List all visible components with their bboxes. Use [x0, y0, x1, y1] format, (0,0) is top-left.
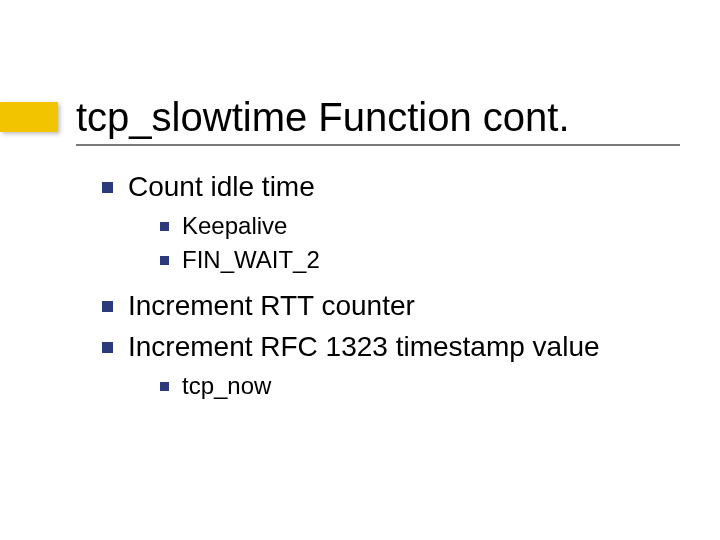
bullet-item: Increment RFC 1323 timestamp value tcp_n… — [98, 328, 680, 402]
slide: tcp_slowtime Function cont. Count idle t… — [0, 0, 720, 540]
bullet-text: Increment RTT counter — [128, 290, 415, 321]
sub-bullet-item: Keepalive — [156, 210, 680, 242]
bullet-text: Count idle time — [128, 171, 315, 202]
title-accent-box — [0, 102, 58, 132]
bullet-list-level2: tcp_now — [128, 370, 680, 402]
bullet-list-level1: Count idle time Keepalive FIN_WAIT_2 Inc… — [98, 168, 680, 403]
title-row: tcp_slowtime Function cont. — [0, 88, 570, 146]
slide-title: tcp_slowtime Function cont. — [76, 95, 570, 140]
title-underline — [76, 144, 680, 146]
slide-content: Count idle time Keepalive FIN_WAIT_2 Inc… — [98, 168, 680, 407]
sub-bullet-text: FIN_WAIT_2 — [182, 246, 320, 273]
bullet-list-level2: Keepalive FIN_WAIT_2 — [128, 210, 680, 277]
sub-bullet-item: FIN_WAIT_2 — [156, 244, 680, 276]
sub-bullet-text: Keepalive — [182, 212, 287, 239]
bullet-text: Increment RFC 1323 timestamp value — [128, 331, 600, 362]
bullet-item: Increment RTT counter — [98, 287, 680, 325]
sub-bullet-item: tcp_now — [156, 370, 680, 402]
bullet-item: Count idle time Keepalive FIN_WAIT_2 — [98, 168, 680, 277]
sub-bullet-text: tcp_now — [182, 372, 271, 399]
